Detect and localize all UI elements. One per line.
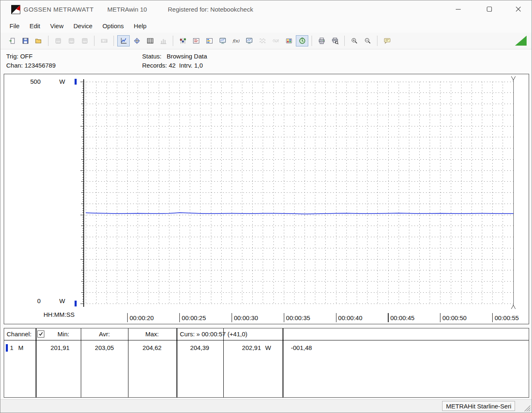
cursor-bottom-marker-icon: [511, 304, 515, 309]
record-setup-icon: [193, 37, 200, 44]
data-table-button[interactable]: [144, 35, 156, 46]
connection-indicator-icon: [515, 36, 527, 46]
device-read-icon: [68, 37, 75, 44]
resize-grip[interactable]: [523, 404, 531, 412]
menu-help[interactable]: Help: [129, 21, 152, 31]
stat-min-value: 201,91: [44, 344, 77, 351]
channel-visibility-checkbox[interactable]: [37, 330, 44, 338]
toolbar-separator: [344, 36, 345, 46]
channel-setup-button[interactable]: [177, 35, 189, 46]
device-read-button: [65, 35, 77, 46]
zoom-out-icon: [364, 37, 371, 44]
close-button[interactable]: [509, 0, 528, 18]
zoom-out-button[interactable]: [361, 35, 374, 46]
column-divider: [177, 328, 177, 397]
checkmark-icon: [39, 332, 43, 336]
level-setup-button[interactable]: [203, 35, 215, 46]
formula-button[interactable]: ƒ(x): [230, 35, 242, 46]
col-header-avr: Avr:: [90, 330, 119, 338]
device-type-box: METRAHit Starline-Seri: [442, 401, 515, 411]
xy-chart-icon: [133, 37, 140, 44]
y-axis-min-label: 0: [17, 297, 41, 304]
status-text: Status: Browsing Data: [142, 53, 207, 60]
cursor-delta-value: -001,48: [291, 344, 312, 351]
chart-canvas[interactable]: 00:00:2000:00:2500:00:3000:00:3500:00:40…: [4, 74, 529, 324]
y-axis-max-label: 500: [17, 78, 41, 85]
header-divider: [4, 340, 529, 340]
print-icon: [318, 37, 325, 44]
open-folder-icon: [35, 37, 42, 44]
col-header-max: Max:: [138, 330, 167, 338]
menu-file[interactable]: File: [5, 21, 24, 31]
channel-list: Chan: 123456789: [6, 62, 56, 69]
device-settings-icon: [55, 37, 62, 44]
menu-view[interactable]: View: [45, 21, 68, 31]
open-data-button[interactable]: [6, 35, 18, 46]
data-table-icon: [147, 37, 154, 44]
y-axis-unit-bottom: W: [56, 297, 68, 304]
column-divider: [81, 328, 81, 397]
status-bar: METRAHit Starline-Seri: [0, 399, 532, 413]
menu-device[interactable]: Device: [68, 21, 97, 31]
cursor-top-marker-icon: [511, 76, 515, 82]
x-axis-title: HH:MM:SS: [44, 311, 75, 318]
statistics-panel: Channel: Min: Avr: Max: Curs: » 00:00:57…: [4, 328, 529, 398]
print-preview-button[interactable]: [329, 35, 341, 46]
record-setup-button[interactable]: [190, 35, 202, 46]
y-axis-unit-top: W: [56, 78, 68, 85]
channel-mode: M: [18, 344, 24, 351]
numeric-display-icon: 1.23: [101, 37, 108, 44]
title-app-name: METRAwin 10: [107, 6, 147, 13]
channel-setup-icon: [179, 37, 186, 44]
pc-display-button[interactable]: [243, 35, 255, 46]
display-colors-button[interactable]: [283, 35, 295, 46]
pc-display-icon: [246, 37, 253, 44]
x-tick-label: 00:00:50: [443, 314, 467, 321]
column-divider: [36, 328, 36, 397]
device-send-button: [78, 35, 91, 46]
open-folder-button[interactable]: [32, 35, 45, 46]
menu-options[interactable]: Options: [97, 21, 129, 31]
formula-icon: ƒ(x): [232, 37, 239, 44]
device-send-icon: [81, 37, 88, 44]
chart-panel: 00:00:2000:00:2500:00:3000:00:3500:00:40…: [4, 74, 529, 324]
col-header-channel: Channel:: [7, 330, 31, 338]
annotation-button[interactable]: [381, 35, 393, 46]
minimize-button[interactable]: [449, 0, 468, 18]
interval-timer-icon: [299, 37, 306, 44]
annotation-icon: [384, 37, 391, 44]
maximize-button[interactable]: [480, 0, 499, 18]
app-logo-icon: [11, 5, 20, 14]
x-tick-label: 00:00:20: [130, 314, 154, 321]
col-header-cursor: Curs: » 00:00:57 (+41,0): [180, 330, 247, 338]
cursor2-value: 202,91: [228, 344, 261, 351]
bar-graph-icon: [160, 37, 167, 44]
open-data-icon: [9, 37, 16, 44]
toolbar-separator: [312, 36, 312, 46]
yt-chart-icon: [120, 37, 127, 44]
menu-edit[interactable]: Edit: [24, 21, 45, 31]
title-brand: GOSSEN METRAWATT: [24, 6, 94, 13]
x-tick-label: 00:00:55: [495, 314, 519, 321]
live-monitor-button[interactable]: [216, 35, 229, 46]
interval-timer-button[interactable]: [296, 35, 308, 46]
print-button[interactable]: [315, 35, 328, 46]
col-header-min: Min:: [49, 330, 78, 338]
toolbar-separator: [377, 36, 377, 46]
bar-graph-button: [157, 35, 169, 46]
channel-range-marker-top: [75, 79, 77, 85]
toolbar-groups: 1.23ƒ(x): [5, 35, 394, 46]
x-tick-label: 00:00:25: [182, 314, 206, 321]
split-curves-icon: [259, 37, 266, 44]
toolbar-separator: [173, 36, 173, 46]
app-window: GOSSEN METRAWATT METRAwin 10 Registered …: [0, 0, 532, 413]
save-data-button[interactable]: [19, 35, 31, 46]
xy-chart-button[interactable]: [131, 35, 143, 46]
toolbar-separator: [114, 36, 114, 46]
zoom-in-button[interactable]: [348, 35, 360, 46]
toolbar-separator: [48, 36, 48, 46]
envelope-curves-button: [269, 35, 282, 46]
stat-max-value: 204,62: [135, 344, 169, 351]
yt-chart-button[interactable]: [117, 35, 130, 46]
envelope-curves-icon: [272, 37, 279, 44]
